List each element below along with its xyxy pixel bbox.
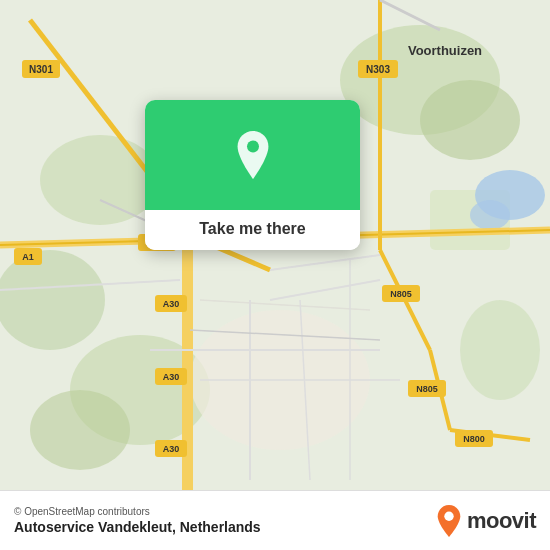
osm-credit: © OpenStreetMap contributors — [14, 506, 261, 517]
svg-point-56 — [444, 511, 453, 520]
svg-text:N800: N800 — [463, 434, 485, 444]
svg-text:A30: A30 — [163, 299, 180, 309]
svg-point-6 — [30, 390, 130, 470]
svg-text:A1: A1 — [22, 252, 34, 262]
location-pin-icon — [229, 131, 277, 179]
svg-point-3 — [40, 135, 160, 225]
svg-point-2 — [420, 80, 520, 160]
svg-text:N805: N805 — [416, 384, 438, 394]
svg-text:A30: A30 — [163, 444, 180, 454]
popup-card-bottom: Take me there — [145, 210, 360, 250]
svg-text:A30: A30 — [163, 372, 180, 382]
map-container: N301 N303 N301 A1 A30 A30 A30 N805 N805 … — [0, 0, 550, 490]
moovit-pin-icon — [435, 505, 463, 537]
svg-point-7 — [460, 300, 540, 400]
moovit-logo: moovit — [435, 505, 536, 537]
take-me-there-button[interactable]: Take me there — [199, 220, 305, 238]
bottom-left: © OpenStreetMap contributors Autoservice… — [14, 506, 261, 535]
bottom-bar: © OpenStreetMap contributors Autoservice… — [0, 490, 550, 550]
svg-text:Voorthuizen: Voorthuizen — [408, 43, 482, 58]
svg-point-55 — [247, 140, 259, 152]
svg-text:N805: N805 — [390, 289, 412, 299]
svg-text:N303: N303 — [366, 64, 390, 75]
svg-text:N301: N301 — [29, 64, 53, 75]
svg-point-4 — [0, 250, 105, 350]
popup-card: Take me there — [145, 100, 360, 250]
location-name: Autoservice Vandekleut, Netherlands — [14, 519, 261, 535]
popup-card-top — [145, 100, 360, 210]
svg-point-10 — [470, 200, 510, 230]
moovit-text: moovit — [467, 508, 536, 534]
